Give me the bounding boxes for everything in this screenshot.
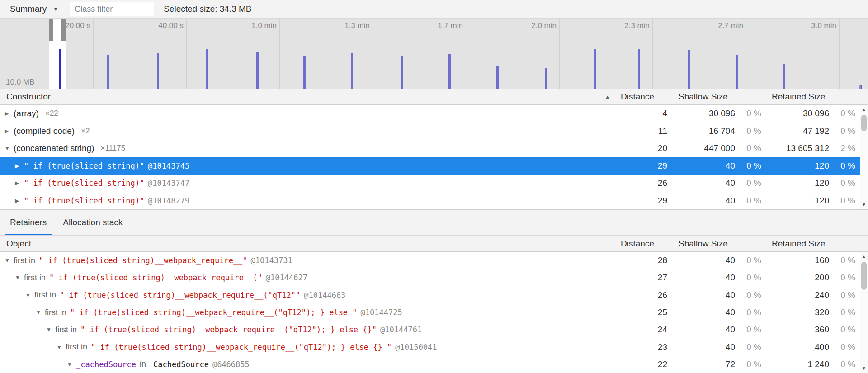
table-row[interactable]: ▶(compiled code)×21116 7040 %47 1920 % — [0, 123, 860, 140]
shallow-size-cell: 400 % — [673, 157, 766, 175]
retained-size-value: 120 — [815, 196, 829, 206]
selection-right-handle[interactable] — [61, 19, 66, 41]
retained-size-value: 47 192 — [803, 126, 829, 136]
row-name-cell: ▼first in" if (true(sliced string)__webp… — [0, 304, 615, 321]
snapshot-sample-bar — [545, 68, 547, 89]
object-id: @10143731 — [251, 256, 292, 265]
time-tick-label: 3.0 min — [773, 21, 836, 30]
tab-allocation-stack[interactable]: Allocation stack — [57, 210, 129, 235]
table-row[interactable]: ▼first in" if (true(sliced string)__webp… — [0, 338, 860, 355]
table-row[interactable]: ▶(array)×22430 0960 %30 0960 % — [0, 105, 860, 123]
retained-size-percent: 0 % — [829, 196, 855, 206]
edge-prefix: first in — [34, 290, 56, 300]
distance-cell: 25 — [615, 304, 673, 321]
table-row[interactable]: ▼first in" if (true(sliced string)__webp… — [0, 252, 860, 269]
object-string: " if (true(sliced string)" — [24, 196, 144, 205]
expand-closed-icon: ▶ — [15, 163, 24, 169]
expand-open-icon: ▼ — [25, 292, 34, 298]
shallow-size-cell: 30 0960 % — [673, 105, 766, 123]
retainers-scrollbar[interactable]: ▲ ▼ — [860, 252, 868, 373]
column-header-shallow-size[interactable]: Shallow Size — [673, 89, 766, 104]
table-row[interactable]: ▶" if (true(sliced string)"@101437452940… — [0, 157, 860, 175]
timeline-gridline — [652, 19, 653, 89]
distance-cell: 11 — [615, 123, 673, 140]
scroll-down-icon[interactable]: ▼ — [860, 201, 868, 208]
table-row[interactable]: ▼first in" if (true(sliced string)__webp… — [0, 321, 860, 338]
object-id: @10143747 — [148, 179, 189, 188]
retained-size-percent: 0 % — [829, 255, 855, 265]
memory-axis-label: 10.0 MB — [6, 78, 34, 87]
column-header-retained-size[interactable]: Retained Size — [766, 236, 860, 251]
table-row[interactable]: ▶" if (true(sliced string)"@101437472640… — [0, 175, 860, 192]
retained-size-value: 120 — [815, 178, 829, 188]
selection-left-handle[interactable] — [49, 19, 53, 41]
perspective-select[interactable]: Summary ▼ — [10, 4, 58, 14]
shallow-size-value: 40 — [726, 178, 735, 188]
shallow-size-value: 16 704 — [709, 126, 735, 136]
snapshot-sample-bar — [157, 53, 159, 89]
instance-count: ×22 — [45, 109, 58, 118]
timeline[interactable]: 20.00 s40.00 s1.0 min1.3 min1.7 min2.0 m… — [0, 19, 868, 89]
column-header-object[interactable]: Object — [0, 236, 615, 251]
scrollbar-thumb[interactable] — [861, 262, 867, 290]
edge-prefix: first in — [14, 256, 35, 265]
memory-gridline — [0, 79, 868, 79]
tab-retainers[interactable]: Retainers — [4, 210, 53, 235]
shallow-size-percent: 0 % — [735, 109, 761, 118]
distance-cell: 26 — [615, 175, 673, 192]
shallow-size-percent: 0 % — [735, 307, 761, 317]
column-header-distance[interactable]: Distance — [615, 89, 673, 104]
row-name-cell: ▶(array)×22 — [0, 105, 615, 123]
column-header-constructor[interactable]: Constructor ▲ — [0, 89, 615, 104]
shallow-size-percent: 0 % — [735, 126, 761, 136]
shallow-size-percent: 0 % — [735, 359, 761, 369]
table-row[interactable]: ▼(concatenated string)×1117520447 0000 %… — [0, 140, 860, 157]
scroll-up-icon[interactable]: ▲ — [860, 106, 868, 113]
table-row[interactable]: ▶" if (true(sliced string)"@101482792940… — [0, 192, 860, 210]
shallow-size-value: 40 — [726, 290, 735, 300]
table-row[interactable]: ▼first in" if (true(sliced string)__webp… — [0, 269, 860, 286]
time-tick-label: 1.3 min — [307, 21, 370, 30]
distance-cell: 23 — [615, 338, 673, 355]
retainers-grid-header: Object Distance Shallow Size Retained Si… — [0, 236, 868, 252]
retained-size-cell: 1600 % — [766, 252, 860, 269]
constructor-scrollbar[interactable]: ▲ ▼ — [860, 105, 868, 209]
row-name-cell: ▶" if (true(sliced string)"@10148279 — [0, 192, 615, 210]
retained-size-cell: 13 605 3122 % — [766, 140, 860, 157]
shallow-size-percent: 0 % — [735, 161, 761, 171]
row-name-cell: ▼first in" if (true(sliced string)__webp… — [0, 338, 615, 355]
column-header-distance[interactable]: Distance — [615, 236, 673, 251]
expand-open-icon: ▼ — [36, 309, 45, 316]
shallow-size-percent: 0 % — [735, 143, 761, 153]
retained-size-cell: 3200 % — [766, 304, 860, 321]
retained-size-percent: 2 % — [829, 143, 855, 153]
object-class-name: CachedSource — [153, 360, 209, 369]
class-filter-input[interactable] — [70, 2, 154, 16]
scroll-up-icon[interactable]: ▲ — [860, 253, 868, 260]
snapshot-sample-bar — [59, 49, 61, 89]
shallow-size-cell: 400 % — [673, 304, 766, 321]
table-row[interactable]: ▼first in" if (true(sliced string)__webp… — [0, 287, 860, 304]
expand-open-icon: ▼ — [5, 257, 14, 264]
retained-size-cell: 30 0960 % — [766, 105, 860, 123]
shallow-size-percent: 0 % — [735, 273, 761, 283]
column-header-retained-size[interactable]: Retained Size — [766, 89, 860, 104]
row-name-cell: ▼first in" if (true(sliced string)__webp… — [0, 269, 615, 286]
scrollbar-thumb[interactable] — [861, 115, 867, 131]
retained-size-cell: 3600 % — [766, 321, 860, 338]
snapshot-sample-bar — [206, 49, 208, 89]
shallow-size-percent: 0 % — [735, 196, 761, 206]
row-name-cell: ▼(concatenated string)×11175 — [0, 140, 615, 157]
timeline-gridline — [279, 19, 280, 89]
snapshot-sample-bar — [736, 55, 738, 89]
object-id: @10150041 — [395, 343, 437, 352]
scroll-down-icon[interactable]: ▼ — [860, 364, 868, 372]
time-tick-label: 40.00 s — [120, 21, 184, 30]
column-header-shallow-size[interactable]: Shallow Size — [673, 236, 766, 251]
shallow-size-percent: 0 % — [735, 178, 761, 188]
table-row[interactable]: ▼first in" if (true(sliced string)__webp… — [0, 304, 860, 321]
snapshot-sample-blip — [859, 85, 862, 89]
table-row[interactable]: ▼_cachedSource inCachedSource@6466855227… — [0, 356, 860, 373]
snapshot-sample-bar — [401, 56, 403, 89]
shallow-size-value: 40 — [726, 161, 735, 171]
